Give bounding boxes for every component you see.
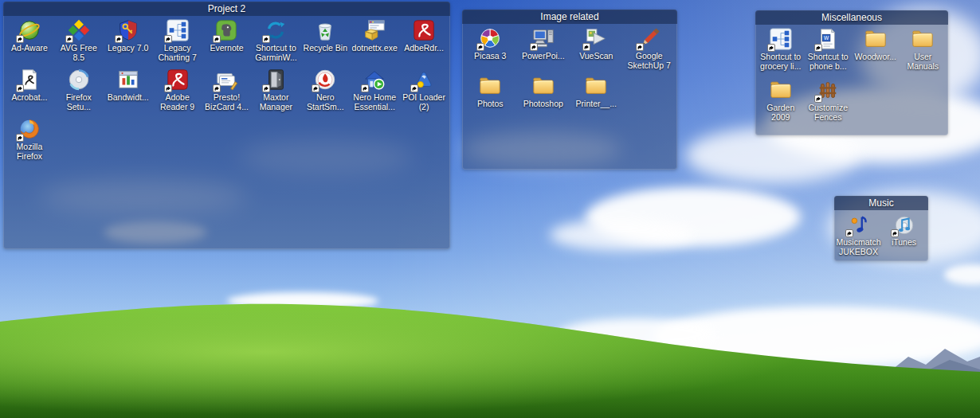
evernote-icon	[214, 18, 238, 42]
icon-label: Firefox Setu...	[54, 92, 104, 111]
poi-icon	[412, 68, 436, 92]
shortcut-arrow-icon	[164, 84, 172, 92]
fence-grid-project-2: Ad-AwareAVG Free 8.5Legacy 7.0Legacy Cha…	[3, 16, 450, 169]
shortcut-arrow-icon	[530, 43, 538, 51]
shortcut-arrow-icon	[845, 229, 853, 237]
desktop-icon-shortcut-to-grocery-li[interactable]: Shortcut to grocery li...	[757, 27, 805, 71]
icon-label: User Manuals	[900, 52, 947, 71]
icon-label: dotnettx.exe	[352, 43, 398, 53]
desktop-icon-bandwidt[interactable]: Bandwidt...	[104, 68, 153, 102]
desktop-icon-nero-startsm[interactable]: Nero StartSm...	[300, 68, 350, 111]
desktop-icon-presto-bizcard-4[interactable]: Presto! BizCard 4...	[202, 68, 252, 111]
desktop-icon-itunes[interactable]: iTunes	[881, 213, 927, 247]
desktop-icon-musicmatch-jukebox[interactable]: Musicmatch JUKEBOX	[836, 213, 881, 256]
icon-label: Photos	[477, 99, 504, 108]
icon-label: Photoshop	[523, 99, 563, 108]
adaware-icon	[18, 18, 41, 42]
desktop-icon-acrobat[interactable]: Acrobat...	[5, 68, 54, 102]
icon-label: Shortcut to grocery li...	[757, 52, 805, 71]
icon-label: Presto! BizCard 4...	[202, 92, 252, 111]
desktop-icon-poi-loader-2[interactable]: POI Loader (2)	[399, 68, 449, 111]
icon-label: Recycle Bin	[304, 43, 347, 53]
desktop-icon-user-manuals[interactable]: User Manuals	[900, 27, 947, 71]
desktop-icon-woodwor[interactable]: Woodwor...	[852, 27, 900, 61]
desktop-icon-garden-2009[interactable]: Garden 2009	[757, 78, 805, 122]
folder-icon	[584, 74, 608, 98]
desktop-wallpaper[interactable]: Project 2Ad-AwareAVG Free 8.5Legacy 7.0L…	[0, 0, 980, 418]
fence-title-project-2[interactable]: Project 2	[3, 2, 450, 16]
desktop-icon-evernote[interactable]: Evernote	[202, 18, 252, 53]
shortcut-arrow-icon	[262, 35, 270, 43]
fence-title-music[interactable]: Music	[834, 196, 928, 210]
fence-miscellaneous[interactable]: MiscellaneousShortcut to grocery li...WS…	[755, 10, 948, 135]
shortcut-arrow-icon	[16, 84, 24, 92]
icon-label: VueScan	[579, 51, 613, 61]
desktop-icon-photoshop[interactable]: Photoshop	[517, 74, 570, 108]
orgchart-icon	[769, 27, 793, 51]
desktop-icon-legacy-charting-7[interactable]: Legacy Charting 7	[153, 18, 202, 62]
icon-label: iTunes	[892, 237, 916, 247]
desktop-icon-nero-home-essential[interactable]: Nero Home Essential...	[350, 68, 399, 111]
shortcut-arrow-icon	[213, 35, 221, 43]
fence-title-miscellaneous[interactable]: Miscellaneous	[755, 10, 948, 25]
desktop-icon-ad-aware[interactable]: Ad-Aware	[5, 18, 54, 53]
icon-label: Google SketchUp 7	[625, 51, 674, 70]
desktop-icon-adobe-reader-9[interactable]: Adobe Reader 9	[153, 68, 202, 111]
desktop-icon-mozilla-firefox[interactable]: Mozilla Firefox	[5, 117, 54, 161]
shortcut-arrow-icon	[891, 229, 899, 237]
icon-label: Acrobat...	[11, 92, 47, 102]
installer-icon	[363, 18, 386, 42]
vuescan-icon	[584, 26, 608, 50]
shortcut-arrow-icon	[476, 43, 484, 51]
svg-text:W: W	[824, 35, 829, 41]
icon-label: Evernote	[210, 43, 243, 53]
fence-image-related[interactable]: Image relatedPicasa 3PowerPoi...VueScanG…	[462, 10, 677, 170]
desktop-icon-google-sketchup-7[interactable]: Google SketchUp 7	[623, 26, 676, 70]
cloud	[685, 127, 860, 183]
shortcut-arrow-icon	[115, 35, 123, 43]
fence-grid-music: Musicmatch JUKEBOXiTunes	[834, 210, 928, 263]
desktop-icon-photos[interactable]: Photos	[464, 74, 517, 108]
shortcut-arrow-icon	[767, 44, 775, 52]
icon-label: Nero StartSm...	[300, 92, 350, 111]
icon-label: Legacy Charting 7	[153, 43, 202, 62]
icon-label: POI Loader (2)	[399, 92, 449, 111]
adobe-icon	[412, 18, 436, 42]
desktop-icon-dotnettx-exe[interactable]: dotnettx.exe	[350, 18, 399, 53]
folder-icon	[478, 74, 502, 98]
desktop-icon-vuescan[interactable]: VueScan	[570, 26, 623, 61]
desktop-icon-maxtor-manager[interactable]: Maxtor Manager	[251, 68, 300, 111]
shortcut-arrow-icon	[814, 95, 822, 103]
desktop-icon-customize-fences[interactable]: Customize Fences	[805, 78, 853, 122]
fence-title-image-related[interactable]: Image related	[462, 10, 677, 24]
desktop-icon-shortcut-to-phone-b[interactable]: WShortcut to phone b...	[805, 27, 853, 71]
worddoc-icon: W	[816, 27, 840, 51]
cloud	[558, 318, 717, 350]
orgchart-icon	[166, 18, 190, 42]
desktop-icon-legacy-7-0[interactable]: Legacy 7.0	[104, 18, 153, 53]
desktop-icon-picasa-3[interactable]: Picasa 3	[464, 26, 517, 61]
shortcut-arrow-icon	[361, 84, 369, 92]
shortcut-arrow-icon	[636, 43, 644, 51]
icon-label: Woodwor...	[855, 52, 896, 61]
desktop-icon-powerpoi[interactable]: PowerPoi...	[517, 26, 570, 61]
sync-icon	[264, 18, 288, 42]
icon-label: Ad-Aware	[11, 43, 48, 53]
nero-icon	[313, 68, 337, 92]
recycle-icon	[313, 18, 337, 42]
desktop-icon-avg-free-8-5[interactable]: AVG Free 8.5	[54, 18, 104, 62]
musicnote-icon	[847, 213, 871, 236]
desktop-icon-shortcut-to-garminw[interactable]: Shortcut to GarminW...	[251, 18, 300, 62]
desktop-icon-adberdr[interactable]: AdbeRdr...	[399, 18, 449, 53]
desktop-icon-firefox-setu[interactable]: Firefox Setu...	[54, 68, 104, 111]
itunes-icon	[892, 213, 916, 236]
desktop-icon-recycle-bin[interactable]: Recycle Bin	[300, 18, 350, 53]
appwindow-icon	[116, 68, 140, 92]
icon-label: Adobe Reader 9	[153, 92, 202, 111]
fence-music[interactable]: MusicMusicmatch JUKEBOXiTunes	[834, 196, 928, 261]
fence-project-2[interactable]: Project 2Ad-AwareAVG Free 8.5Legacy 7.0L…	[3, 2, 450, 249]
shortcut-arrow-icon	[410, 84, 418, 92]
desktop-icon-printer[interactable]: Printer__...	[570, 74, 623, 108]
shortcut-arrow-icon	[164, 35, 172, 43]
avg-icon	[67, 18, 91, 42]
